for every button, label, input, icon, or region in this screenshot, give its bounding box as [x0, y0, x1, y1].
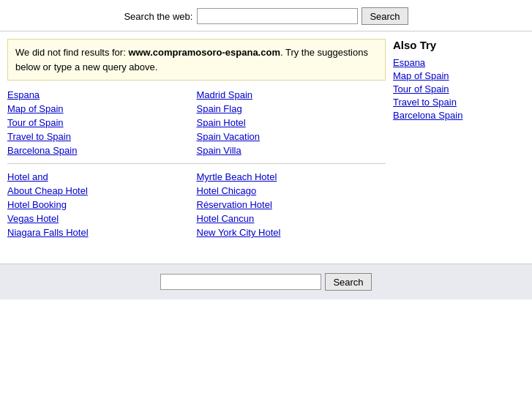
also-try-sidebar: Also Try Espana Map of Spain Tour of Spa…	[393, 39, 525, 253]
bottom-search-input[interactable]	[160, 274, 321, 290]
also-try-tour-of-spain[interactable]: Tour of Spain	[393, 83, 525, 94]
link-espana[interactable]: Espana	[7, 89, 197, 100]
link-new-york-city-hotel[interactable]: New York City Hotel	[197, 227, 386, 238]
link-spain-hotel[interactable]: Spain Hotel	[197, 117, 386, 128]
link-hotel-cancun[interactable]: Hotel Cancun	[197, 213, 386, 224]
top-search-button[interactable]: Search	[361, 7, 408, 25]
link-hotel-and[interactable]: Hotel and	[7, 171, 197, 182]
link-barcelona-spain[interactable]: Barcelona Spain	[7, 145, 197, 156]
results-area: We did not find results for: www.compram…	[7, 39, 393, 253]
spain-link-section: Espana Map of Spain Tour of Spain Travel…	[7, 89, 386, 164]
link-travel-to-spain[interactable]: Travel to Spain	[7, 131, 197, 142]
link-tour-of-spain[interactable]: Tour of Spain	[7, 117, 197, 128]
also-try-espana[interactable]: Espana	[393, 57, 525, 68]
top-search-input[interactable]	[197, 8, 358, 24]
spain-col1: Espana Map of Spain Tour of Spain Travel…	[7, 89, 197, 156]
link-hotel-chicago[interactable]: Hotel Chicago	[197, 185, 386, 196]
link-madrid-spain[interactable]: Madrid Spain	[197, 89, 386, 100]
link-vegas-hotel[interactable]: Vegas Hotel	[7, 213, 197, 224]
link-about-cheap-hotel[interactable]: About Cheap Hotel	[7, 185, 197, 196]
also-try-barcelona-spain[interactable]: Barcelona Spain	[393, 110, 525, 121]
no-results-domain: www.compramosoro-espana.com	[128, 47, 280, 58]
hotel-col1: Hotel and About Cheap Hotel Hotel Bookin…	[7, 171, 197, 238]
no-results-prefix: We did not find results for:	[15, 47, 128, 58]
no-results-notice: We did not find results for: www.compram…	[7, 39, 386, 81]
link-reservation-hotel[interactable]: Réservation Hotel	[197, 199, 386, 210]
bottom-search-button[interactable]: Search	[325, 273, 371, 291]
spain-col2: Madrid Spain Spain Flag Spain Hotel Spai…	[197, 89, 386, 156]
also-try-title: Also Try	[393, 39, 525, 51]
top-search-bar: Search the web: Search	[0, 0, 532, 31]
link-spain-vacation[interactable]: Spain Vacation	[197, 131, 386, 142]
also-try-travel-to-spain[interactable]: Travel to Spain	[393, 97, 525, 108]
main-content: We did not find results for: www.compram…	[0, 31, 532, 253]
link-spain-villa[interactable]: Spain Villa	[197, 145, 386, 156]
hotel-link-section: Hotel and About Cheap Hotel Hotel Bookin…	[7, 171, 386, 245]
link-niagara-falls-hotel[interactable]: Niagara Falls Hotel	[7, 227, 197, 238]
search-label: Search the web:	[124, 11, 192, 22]
hotel-col2: Myrtle Beach Hotel Hotel Chicago Réserva…	[197, 171, 386, 238]
link-map-of-spain[interactable]: Map of Spain	[7, 103, 197, 114]
also-try-map-of-spain[interactable]: Map of Spain	[393, 70, 525, 81]
link-hotel-booking[interactable]: Hotel Booking	[7, 199, 197, 210]
link-myrtle-beach-hotel[interactable]: Myrtle Beach Hotel	[197, 171, 386, 182]
bottom-search-bar: Search	[0, 264, 532, 299]
link-spain-flag[interactable]: Spain Flag	[197, 103, 386, 114]
